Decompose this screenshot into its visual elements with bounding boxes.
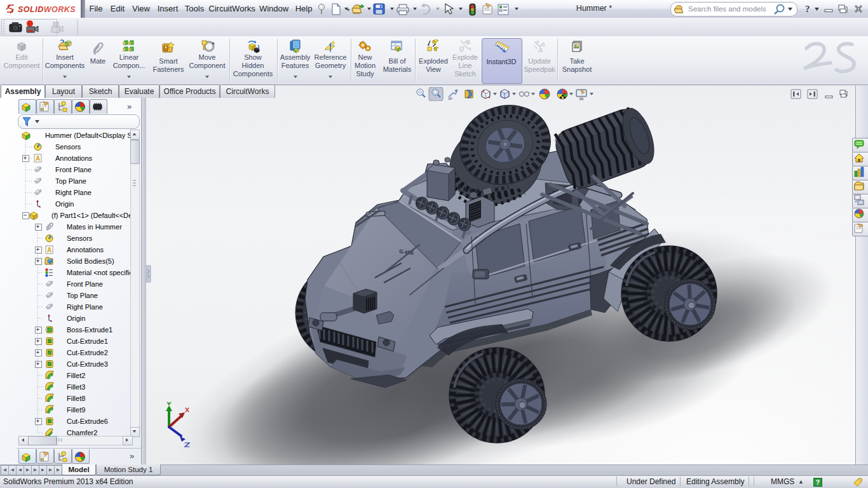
svg-text:?: ? bbox=[816, 478, 820, 486]
svg-text:A: A bbox=[47, 247, 51, 254]
svg-text:?: ? bbox=[805, 4, 810, 14]
svg-text:A: A bbox=[36, 155, 40, 162]
